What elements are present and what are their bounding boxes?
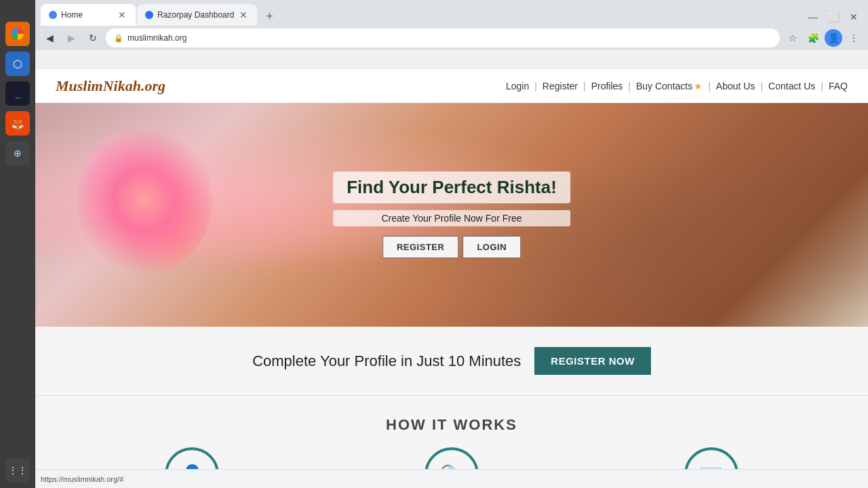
address-bar: ◀ ▶ ↻ 🔒 muslimnikah.org ☆ 🧩 👤 ⋮ — [35, 26, 868, 50]
tab-home[interactable]: Home ✕ — [41, 4, 136, 26]
cta-register-now-button[interactable]: REGISTER NOW — [534, 347, 651, 375]
hero-section: Find Your Perfect Rishta! Create Your Pr… — [35, 103, 868, 327]
status-bar: https://muslimnikah.org/# — [35, 469, 868, 488]
site-header: MuslimNikah.org Login | Register | Profi… — [35, 69, 868, 103]
sidebar-icon-terminal[interactable]: _ — [5, 81, 30, 106]
hero-login-button[interactable]: LOGIN — [462, 236, 521, 258]
profile-icon[interactable]: 👤 — [825, 29, 842, 47]
tab-favicon-home — [49, 11, 57, 19]
forward-button[interactable]: ▶ — [62, 29, 80, 47]
lock-icon: 🔒 — [114, 34, 123, 43]
cta-text: Complete Your Profile in Just 10 Minutes — [252, 352, 521, 370]
hero-register-button[interactable]: REGISTER — [382, 236, 458, 258]
hero-subtitle: Create Your Profile Now For Free — [333, 210, 570, 226]
more-menu-icon[interactable]: ⋮ — [845, 29, 863, 47]
back-button[interactable]: ◀ — [41, 29, 58, 47]
tab-bar-controls: — ⬜ ✕ — [799, 8, 868, 26]
nav-about-us[interactable]: About Us — [716, 81, 755, 92]
hero-title: Find Your Perfect Rishta! — [333, 171, 570, 203]
how-step-1: 👤 — [165, 447, 219, 469]
sidebar-icon-vscode[interactable]: ⬡ — [5, 52, 30, 76]
bookmark-icon[interactable]: ☆ — [784, 29, 802, 47]
hero-content: Find Your Perfect Rishta! Create Your Pr… — [333, 171, 570, 258]
how-step-2: 🔍 — [425, 447, 479, 469]
nav-register[interactable]: Register — [542, 81, 578, 92]
tab-razorpay-label: Razorpay Dashboard — [157, 10, 234, 20]
tab-razorpay-close[interactable]: ✕ — [238, 9, 249, 20]
nav-contact-us[interactable]: Contact Us — [768, 81, 815, 92]
nav-sep-6: | — [821, 81, 823, 92]
how-it-works-title: HOW IT WORKS — [62, 416, 841, 434]
hero-buttons: REGISTER LOGIN — [333, 236, 570, 258]
status-url: https://muslimnikah.org/# — [41, 475, 123, 483]
sidebar-icon-firefox[interactable]: 🦊 — [5, 111, 30, 136]
maximize-button[interactable]: ⬜ — [825, 8, 842, 26]
site-logo[interactable]: MuslimNikah.org — [56, 77, 165, 95]
tab-home-close[interactable]: ✕ — [117, 9, 127, 20]
how-step-3: 💌 — [684, 447, 738, 469]
cta-section: Complete Your Profile in Just 10 Minutes… — [35, 327, 868, 396]
sidebar-icon-chrome[interactable] — [5, 22, 30, 46]
step-circle-2: 🔍 — [425, 447, 479, 469]
extension-icon[interactable]: 🧩 — [804, 29, 822, 47]
url-text: muslimnikah.org — [127, 33, 186, 43]
sidebar-icon-network[interactable]: ⊕ — [5, 141, 30, 165]
site-nav: Login | Register | Profiles | Buy Contac… — [506, 81, 848, 92]
url-bar[interactable]: 🔒 muslimnikah.org — [106, 28, 780, 47]
step-circle-1: 👤 — [165, 447, 219, 469]
step-circle-3: 💌 — [684, 447, 738, 469]
minimize-button[interactable]: — — [804, 8, 822, 26]
nav-sep-4: | — [708, 81, 711, 92]
nav-faq[interactable]: FAQ — [829, 81, 848, 92]
how-it-works-section: HOW IT WORKS 👤 🔍 💌 — [35, 396, 868, 469]
nav-sep-2: | — [583, 81, 586, 92]
nav-sep-3: | — [628, 81, 631, 92]
close-button[interactable]: ✕ — [845, 8, 863, 26]
hero-flowers — [77, 125, 212, 274]
nav-login[interactable]: Login — [506, 81, 529, 92]
nav-sep-5: | — [760, 81, 763, 92]
tab-favicon-razorpay — [145, 11, 153, 19]
nav-buy-contacts[interactable]: Buy Contacts ★ — [636, 81, 703, 92]
how-steps: 👤 🔍 💌 — [62, 447, 841, 469]
reload-button[interactable]: ↻ — [84, 29, 102, 47]
os-sidebar: ⬡ _ 🦊 ⊕ ⋮⋮ — [0, 0, 35, 488]
star-icon: ★ — [694, 81, 703, 92]
tab-add-button[interactable]: + — [260, 7, 279, 26]
address-bar-actions: ☆ 🧩 👤 ⋮ — [784, 29, 863, 47]
nav-sep-1: | — [534, 81, 537, 92]
tab-home-label: Home — [61, 10, 83, 20]
nav-profiles[interactable]: Profiles — [591, 81, 623, 92]
tab-razorpay[interactable]: Razorpay Dashboard ✕ — [137, 4, 257, 26]
browser-chrome: Home ✕ Razorpay Dashboard ✕ + — ⬜ ✕ ◀ ▶ … — [35, 0, 868, 50]
sidebar-icon-apps[interactable]: ⋮⋮ — [5, 458, 30, 483]
tab-bar: Home ✕ Razorpay Dashboard ✕ + — ⬜ ✕ — [35, 0, 868, 26]
webpage: MuslimNikah.org Login | Register | Profi… — [35, 69, 868, 469]
